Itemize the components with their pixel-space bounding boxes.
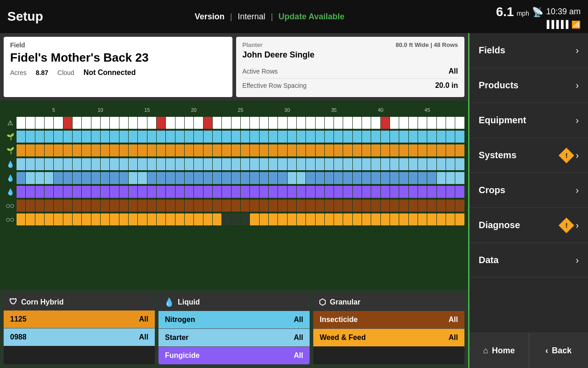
row-num-15: 15 — [124, 107, 170, 113]
product-0988[interactable]: 0988 All — [4, 328, 155, 346]
product-insecticide[interactable]: Insecticide All — [313, 311, 464, 328]
active-rows-row: Active Rows All — [243, 64, 458, 79]
planter-header-label: Planter — [243, 41, 263, 48]
field-card: Field Fidel's Mother's Back 23 Acres 8.8… — [4, 37, 232, 97]
alert-icon: ⚠ — [4, 119, 17, 126]
update-available-label[interactable]: Update Available — [278, 12, 345, 22]
top-bar: Setup Version | Internal | Update Availa… — [0, 0, 588, 33]
home-button[interactable]: ⌂ Home — [469, 333, 529, 368]
system-status: 6.1 mph 📡 10:39 am ▐▐▐▐▐ 📶 — [496, 5, 581, 29]
cloud-status: Not Connected — [84, 69, 136, 77]
granular-icon-2: ⬡⬡ — [4, 217, 17, 222]
products-right: › — [576, 80, 579, 91]
diagnose-label: Diagnose — [479, 220, 520, 230]
cards-row: Field Fidel's Mother's Back 23 Acres 8.8… — [0, 33, 468, 101]
nitrogen-all: All — [294, 316, 303, 324]
corn-hybrid-icon: 🛡 — [9, 297, 17, 307]
weed-feed-name: Weed & Feed — [320, 334, 366, 342]
granular-header: ⬡ Granular — [313, 293, 464, 311]
granular-icon-1: ⬡⬡ — [4, 203, 17, 208]
active-rows-value: All — [449, 67, 458, 75]
sidebar-item-crops[interactable]: Crops › — [469, 173, 588, 208]
row-spacing-value: 20.0 in — [435, 81, 458, 90]
planter-card-header: Planter 80.0 ft Wide | 48 Rows — [243, 41, 458, 48]
product-0988-all: All — [139, 333, 148, 341]
product-weed-feed[interactable]: Weed & Feed All — [313, 329, 464, 346]
product-1125-all: All — [139, 315, 148, 323]
weed-feed-all: All — [449, 334, 458, 342]
back-icon: ‹ — [545, 346, 548, 356]
sidebar-item-systems[interactable]: Systems › — [469, 138, 588, 173]
row-cells-granular1 — [17, 200, 464, 212]
back-label: Back — [552, 346, 571, 356]
granular-section[interactable]: ⬡ Granular Insecticide All Weed & Feed A… — [313, 293, 464, 364]
acres-label: Acres — [10, 69, 27, 76]
seed-icon-2: 🌱 — [4, 147, 17, 154]
systems-warning-icon — [559, 148, 574, 163]
product-1125-name: 1125 — [10, 315, 27, 323]
data-right: › — [576, 255, 579, 265]
sidebar: Fields › Products › Equipment › Systems … — [469, 33, 588, 368]
product-cards: 🛡 Corn Hybrid 1125 All 0988 All 💧 Liquid — [0, 290, 468, 368]
fungicide-all: All — [294, 351, 303, 360]
sidebar-item-diagnose[interactable]: Diagnose › — [469, 208, 588, 243]
systems-label: Systems — [479, 150, 516, 161]
crops-right: › — [576, 185, 579, 196]
data-rows-container: ⚠ 🌱 🌱 💧 — [4, 116, 464, 286]
starter-all: All — [294, 334, 303, 342]
insecticide-all: All — [449, 316, 458, 324]
corn-hybrid-header: 🛡 Corn Hybrid — [4, 293, 155, 310]
equipment-label: Equipment — [479, 115, 526, 126]
planter-name: John Deere Single — [243, 50, 458, 60]
liquid-header: 💧 Liquid — [158, 293, 310, 311]
sidebar-spacer — [469, 278, 588, 333]
product-0988-name: 0988 — [10, 333, 27, 341]
starter-name: Starter — [165, 334, 189, 342]
product-fungicide[interactable]: Fungicide All — [158, 347, 310, 364]
sidebar-item-equipment[interactable]: Equipment › — [469, 103, 588, 138]
sidebar-item-products[interactable]: Products › — [469, 68, 588, 103]
data-row-seed2: 🌱 — [4, 144, 464, 157]
main-content: Field Fidel's Mother's Back 23 Acres 8.8… — [0, 33, 588, 368]
gps-icon: 📡 — [532, 6, 543, 17]
liquid-icon-2: 💧 — [4, 174, 17, 182]
fields-label: Fields — [479, 45, 505, 56]
data-row-seed1: 🌱 — [4, 130, 464, 143]
equipment-right: › — [576, 115, 579, 126]
seed-icon-1: 🌱 — [4, 133, 17, 140]
row-num-35: 35 — [311, 107, 357, 113]
systems-right: › — [561, 150, 579, 161]
clock: 10:39 am — [546, 7, 581, 17]
version-info: Version | Internal | Update Available — [43, 12, 496, 22]
cloud-label: Cloud — [57, 69, 74, 76]
sidebar-item-fields[interactable]: Fields › — [469, 33, 588, 68]
field-card-header: Field — [10, 41, 226, 49]
back-button[interactable]: ‹ Back — [529, 333, 588, 368]
products-label: Products — [479, 80, 519, 91]
liquid-icon-3: 💧 — [4, 188, 17, 196]
home-icon: ⌂ — [483, 346, 488, 356]
row-spacing-label: Effective Row Spacing — [243, 82, 307, 89]
product-starter[interactable]: Starter All — [158, 329, 310, 346]
version-label: Version — [195, 12, 225, 22]
divider2: | — [271, 12, 273, 22]
product-nitrogen[interactable]: Nitrogen All — [158, 311, 310, 328]
corn-hybrid-label: Corn Hybrid — [21, 298, 63, 306]
corn-hybrid-section[interactable]: 🛡 Corn Hybrid 1125 All 0988 All — [4, 293, 155, 364]
row-cells-seed1 — [17, 131, 464, 143]
data-row-liquid1: 💧 — [4, 158, 464, 171]
equipment-chevron-icon: › — [576, 115, 579, 126]
active-rows-label: Active Rows — [243, 68, 278, 75]
liquid-section[interactable]: 💧 Liquid Nitrogen All Starter All Fungic… — [158, 293, 310, 364]
speed-unit: mph — [517, 10, 529, 17]
data-row-granular2: ⬡⬡ — [4, 213, 464, 226]
row-num-10: 10 — [77, 107, 124, 113]
sidebar-item-data[interactable]: Data › — [469, 243, 588, 278]
row-cells-granular2 — [17, 213, 464, 225]
insecticide-name: Insecticide — [320, 316, 358, 324]
data-label: Data — [479, 255, 498, 265]
sidebar-bottom: ⌂ Home ‹ Back — [469, 333, 588, 368]
speed-value: 6.1 — [496, 5, 514, 19]
product-1125[interactable]: 1125 All — [4, 310, 155, 328]
row-cells-liquid1 — [17, 158, 464, 170]
